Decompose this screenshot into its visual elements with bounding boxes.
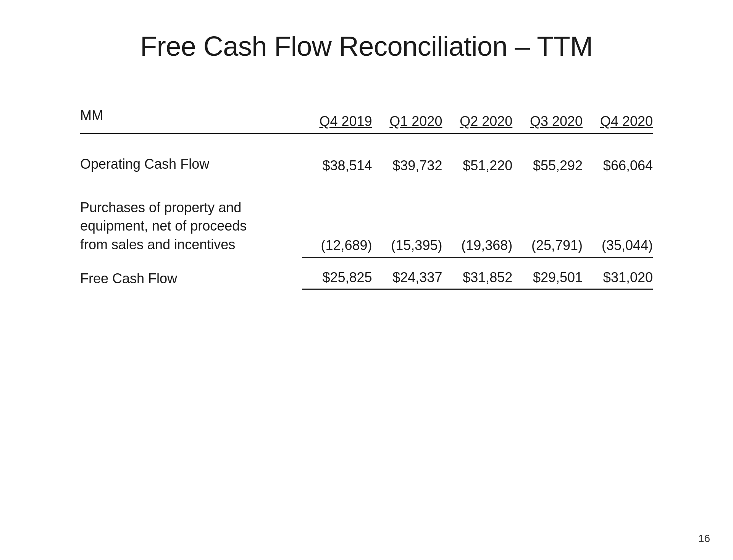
fcf-label: Free Cash Flow — [80, 258, 302, 290]
ocf-q3-2020: $55,292 — [512, 134, 583, 178]
col-header-q4-2019: Q4 2019 — [302, 108, 372, 134]
ocf-q4-2019: $38,514 — [302, 134, 372, 178]
reconciliation-table: MM Q4 2019 Q1 2020 Q2 2020 Q3 2020 Q4 20… — [80, 108, 653, 290]
table-wrapper: MM Q4 2019 Q1 2020 Q2 2020 Q3 2020 Q4 20… — [80, 108, 653, 290]
col-header-q3-2020: Q3 2020 — [512, 108, 583, 134]
page-container: Free Cash Flow Reconciliation – TTM MM Q… — [0, 0, 733, 560]
table-header-row: MM Q4 2019 Q1 2020 Q2 2020 Q3 2020 Q4 20… — [80, 108, 653, 134]
col-header-q2-2020: Q2 2020 — [442, 108, 512, 134]
ocf-q4-2020: $66,064 — [583, 134, 653, 178]
ocf-q2-2020: $51,220 — [442, 134, 512, 178]
operating-cash-flow-row: Operating Cash Flow $38,514 $39,732 $51,… — [80, 134, 653, 178]
purchases-row: Purchases of property and equipment, net… — [80, 178, 653, 258]
fcf-q2-2020: $31,852 — [442, 258, 512, 290]
fcf-q3-2020: $29,501 — [512, 258, 583, 290]
fcf-q1-2020: $24,337 — [372, 258, 442, 290]
purchases-q4-2020: (35,044) — [583, 178, 653, 258]
col-header-q1-2020: Q1 2020 — [372, 108, 442, 134]
ocf-q1-2020: $39,732 — [372, 134, 442, 178]
purchases-q2-2020: (19,368) — [442, 178, 512, 258]
page-title: Free Cash Flow Reconciliation – TTM — [140, 31, 593, 62]
fcf-q4-2020: $31,020 — [583, 258, 653, 290]
purchases-q3-2020: (25,791) — [512, 178, 583, 258]
unit-label-header: MM — [80, 108, 302, 134]
free-cash-flow-row: Free Cash Flow $25,825 $24,337 $31,852 $… — [80, 258, 653, 290]
operating-cash-flow-label: Operating Cash Flow — [80, 134, 302, 178]
purchases-q1-2020: (15,395) — [372, 178, 442, 258]
purchases-q4-2019: (12,689) — [302, 178, 372, 258]
col-header-q4-2020: Q4 2020 — [583, 108, 653, 134]
fcf-q4-2019: $25,825 — [302, 258, 372, 290]
purchases-label: Purchases of property and equipment, net… — [80, 178, 302, 258]
page-number: 16 — [698, 533, 710, 545]
